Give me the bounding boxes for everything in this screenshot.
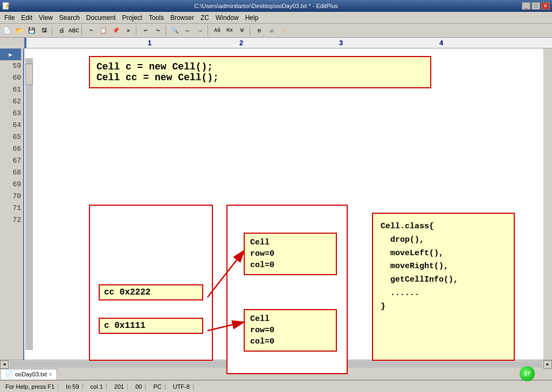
status-col: col 1: [87, 383, 107, 390]
cell-box-2: Cell row=0 col=0: [244, 309, 337, 352]
cell-box-1: Cell row=0 col=0: [244, 233, 337, 275]
titlebar: 📝 C:\Users\adminitartor\Desktop\ooDay03.…: [0, 0, 552, 12]
maximize-button[interactable]: □: [532, 2, 540, 10]
line-60: 60: [0, 72, 21, 84]
menu-browser[interactable]: Browser: [167, 13, 197, 23]
redo-button[interactable]: ↪: [152, 25, 164, 37]
scroll-right-button[interactable]: ►: [543, 360, 552, 369]
cut-button[interactable]: ✂: [85, 25, 97, 37]
mem-cc-label: cc 0x2222: [104, 288, 150, 297]
line-numbers: ▶ 59 60 61 62 63 64 65 66 67 68 69 70 71…: [0, 48, 24, 360]
delete-button[interactable]: ✕: [122, 25, 134, 37]
scroll-thumb[interactable]: [25, 64, 33, 85]
menu-view[interactable]: View: [36, 13, 56, 23]
mem-c-box: c 0x1111: [99, 318, 203, 334]
scroll-track[interactable]: [25, 58, 33, 350]
editor-with-scroll: Cell c = new Cell(); Cell cc = new Cell(…: [24, 48, 552, 360]
stack-frame-box: cc 0x2222 c 0x1111: [89, 205, 213, 361]
find-button[interactable]: 🔍: [169, 25, 181, 37]
line-68: 68: [0, 167, 21, 179]
scroll-left-button[interactable]: ◄: [0, 360, 9, 369]
minimize-button[interactable]: _: [522, 2, 530, 10]
titlebar-title: C:\Users\adminitartor\Desktop\ooDay03.tx…: [10, 3, 522, 9]
spell-button[interactable]: ABC: [68, 25, 80, 37]
code-line-1: Cell c = new Cell();: [96, 61, 424, 72]
line-71: 71: [0, 202, 21, 214]
line-72: 72: [0, 214, 21, 226]
ruler-mark-1: 1: [148, 39, 151, 47]
titlebar-icon: 📝: [2, 2, 10, 10]
print-button[interactable]: 🖨: [56, 25, 67, 37]
green-indicator: 27: [520, 366, 535, 381]
diagram-area[interactable]: Cell c = new Cell(); Cell cc = new Cell(…: [24, 48, 543, 360]
mem-cc-box: cc 0x2222: [99, 284, 203, 300]
cell1-line3: col=0: [250, 260, 330, 271]
class-line-4: moveRight(),: [381, 260, 506, 274]
line-70: 70: [0, 191, 21, 202]
menu-project[interactable]: Project: [119, 13, 146, 23]
cell1-line2: row=0: [250, 248, 330, 260]
font-btn[interactable]: Aä: [211, 25, 223, 37]
status-num2: 00: [132, 383, 146, 390]
toolbar-sep-3: [136, 25, 138, 36]
scrollbar-vertical[interactable]: ▲ ▼: [24, 48, 33, 360]
window-controls[interactable]: _ □ ✕: [522, 2, 550, 10]
class-line-5: getCellInfo(),: [381, 274, 506, 287]
line-62: 62: [0, 96, 21, 108]
tab-close-button[interactable]: ×: [49, 372, 52, 377]
toolbar: 📄 📂 💾 🖫 🖨 ABC ✂ 📋 📌 ✕ ↩ ↪ 🔍 ↔ → Aä Hx W …: [0, 24, 552, 38]
collapse-btn[interactable]: ☑: [266, 25, 278, 37]
status-pc: PC: [150, 383, 165, 390]
save-button[interactable]: 💾: [26, 25, 38, 37]
save-all-button[interactable]: 🖫: [38, 25, 50, 37]
ruler-mark-3: 3: [339, 39, 343, 47]
toolbar-sep-5: [208, 25, 210, 36]
class-line-2: drop(),: [381, 234, 506, 247]
check-btn[interactable]: ✓: [278, 25, 290, 37]
code-box-top: Cell c = new Cell(); Cell cc = new Cell(…: [89, 56, 431, 88]
status-line: In 59: [63, 383, 82, 390]
new-button[interactable]: 📄: [1, 25, 13, 37]
paste-button[interactable]: 📌: [110, 25, 122, 37]
replace-button[interactable]: ↔: [182, 25, 194, 37]
menu-search[interactable]: Search: [56, 13, 83, 23]
ruler-corner: [0, 38, 25, 48]
goto-button[interactable]: →: [194, 25, 206, 37]
menu-file[interactable]: File: [1, 13, 18, 23]
code-line-2: Cell cc = new Cell();: [96, 72, 424, 83]
undo-button[interactable]: ↩: [140, 25, 151, 37]
open-button[interactable]: 📂: [13, 25, 25, 37]
class-line-6: ......: [381, 287, 506, 300]
status-help: For Help, press F1: [2, 383, 58, 390]
tab-icon: 📄: [5, 370, 13, 378]
menu-document[interactable]: Document: [83, 13, 119, 23]
ruler-mark-4: 4: [439, 39, 443, 47]
tab-ooday03[interactable]: 📄 ooDay03.txt ×: [0, 369, 57, 380]
cell2-line1: Cell: [250, 313, 330, 325]
toolbar-sep-2: [81, 25, 84, 36]
line-63: 63: [0, 108, 21, 120]
toolbar-sep-6: [250, 25, 252, 36]
class-content: Cell.class{ drop(), moveLeft(), moveRigh…: [373, 214, 514, 320]
class-line-7: }: [381, 300, 506, 314]
main-area: ▶ 59 60 61 62 63 64 65 66 67 68 69 70 71…: [0, 48, 552, 360]
mem-c-label: c 0x1111: [104, 321, 146, 331]
cell2-line2: row=0: [250, 325, 330, 336]
menu-zc[interactable]: ZC: [197, 13, 212, 23]
line-69: 69: [0, 179, 21, 191]
wrap-btn[interactable]: W: [236, 25, 248, 37]
menu-edit[interactable]: Edit: [18, 13, 36, 23]
close-button[interactable]: ✕: [541, 2, 550, 10]
ruler-mark-2: 2: [239, 39, 243, 47]
menu-window[interactable]: Window: [212, 13, 242, 23]
status-num1: 201: [111, 383, 128, 390]
line-64: 64: [0, 120, 21, 131]
copy-button[interactable]: 📋: [98, 25, 109, 37]
cell2-line3: col=0: [250, 336, 330, 347]
tab-label: ooDay03.txt: [15, 371, 47, 377]
expand-btn[interactable]: ⊞: [253, 25, 265, 37]
menu-help[interactable]: Help: [242, 13, 262, 23]
ruler: 1 2 3 4: [25, 38, 552, 48]
lineno-btn[interactable]: Hx: [224, 25, 236, 37]
menu-tools[interactable]: Tools: [146, 13, 167, 23]
